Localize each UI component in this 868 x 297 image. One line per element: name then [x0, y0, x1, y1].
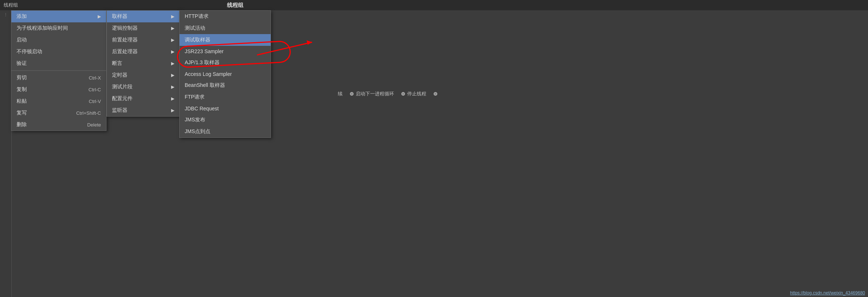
thread-group-title: 线程组 [227, 2, 243, 9]
menu-item-timer-arrow: ▶ [171, 73, 174, 78]
menu-item-config-element-label: 配置元件 [112, 95, 133, 102]
menu-item-add[interactable]: 添加 ▶ [11, 11, 106, 22]
menu-item-cut[interactable]: 剪切 Ctrl-X [11, 72, 106, 84]
menu-item-ftp-label: FTP请求 [185, 94, 205, 100]
menu-item-start-no-pause-label: 不停顿启动 [17, 48, 42, 55]
menu-item-delete-label: 删除 [17, 121, 27, 128]
menu-item-copy-shortcut: Ctrl-C [88, 87, 101, 92]
submenu-level2[interactable]: 取样器 ▶ 逻辑控制器 ▶ 前置处理器 ▶ 后置处理器 ▶ 断言 ▶ 定时器 ▶… [106, 10, 180, 117]
side-panel: ⋮ [0, 10, 12, 297]
status-item-2: 启动下一进程循环 [350, 91, 394, 97]
submenu-level3-sampler[interactable]: HTTP请求 测试活动 调试取样器 JSR223 Sampler AJP/1.3… [179, 10, 271, 138]
menu-item-debug-sampler[interactable]: 调试取样器 [180, 34, 271, 46]
status-bar: 续 启动下一进程循环 停止线程 [330, 88, 868, 100]
menu-item-delete-shortcut: Delete [87, 122, 101, 128]
menu-item-paste-shortcut: Ctrl-V [89, 99, 101, 104]
menu-item-beanshell-label: BeanShell 取样器 [185, 82, 225, 89]
menu-item-listener[interactable]: 监听器 ▶ [107, 104, 180, 116]
menu-item-listener-label: 监听器 [112, 107, 127, 114]
status-item-3: 停止线程 [401, 91, 426, 97]
menu-item-config-element-arrow: ▶ [171, 96, 174, 101]
menu-item-logic-ctrl[interactable]: 逻辑控制器 ▶ [107, 22, 180, 34]
menu-item-validate[interactable]: 验证 [11, 58, 106, 69]
menu-item-paste-label: 粘贴 [17, 98, 27, 104]
menu-item-ajp[interactable]: AJP/1.3 取样器 [180, 57, 271, 69]
menu-item-add-arrow: ▶ [98, 14, 101, 19]
menu-item-overwrite-label: 复写 [17, 110, 27, 116]
menu-item-assertion-label: 断言 [112, 60, 122, 67]
menu-item-sampler-arrow: ▶ [171, 14, 174, 19]
menu-item-logic-ctrl-label: 逻辑控制器 [112, 25, 138, 32]
menu-item-overwrite-shortcut: Ctrl+Shift-C [76, 110, 101, 116]
menu-item-access-log-sampler-label: Access Log Sampler [185, 71, 232, 77]
menu-item-test-activity-label: 测试活动 [185, 25, 205, 32]
side-panel-icon: ⋮ [0, 10, 11, 19]
radio-3 [401, 92, 405, 96]
top-bar-label: 线程组 [4, 2, 18, 8]
menu-item-jms-publish[interactable]: JMS发布 [180, 114, 271, 126]
menu-item-validate-label: 验证 [17, 60, 27, 67]
url-text: https://blog.csdn.net/weixin_43469680 [790, 290, 865, 296]
menu-item-delete[interactable]: 删除 Delete [11, 119, 106, 131]
menu-item-post-processor-arrow: ▶ [171, 49, 174, 54]
menu-item-paste[interactable]: 粘贴 Ctrl-V [11, 95, 106, 107]
menu-item-overwrite[interactable]: 复写 Ctrl+Shift-C [11, 107, 106, 119]
context-menu-level1[interactable]: 添加 ▶ 为子线程添加响应时间 启动 不停顿启动 验证 剪切 Ctrl-X 复制… [11, 10, 106, 131]
menu-item-add-time[interactable]: 为子线程添加响应时间 [11, 22, 106, 34]
thread-group-label: 线程组 [180, 0, 290, 10]
menu-item-test-fragment-arrow: ▶ [171, 84, 174, 89]
menu-item-pre-processor-arrow: ▶ [171, 37, 174, 43]
menu-item-pre-processor-label: 前置处理器 [112, 37, 138, 43]
menu-item-timer[interactable]: 定时器 ▶ [107, 69, 180, 81]
menu-item-jdbc[interactable]: JDBC Request [180, 103, 271, 114]
menu-item-post-processor[interactable]: 后置处理器 ▶ [107, 46, 180, 58]
status-label-1: 续 [338, 91, 343, 97]
menu-item-assertion-arrow: ▶ [171, 61, 174, 66]
menu-item-cut-shortcut: Ctrl-X [89, 75, 101, 81]
menu-item-listener-arrow: ▶ [171, 108, 174, 113]
menu-item-add-label: 添加 [17, 13, 27, 20]
menu-item-start-label: 启动 [17, 37, 27, 43]
menu-item-beanshell[interactable]: BeanShell 取样器 [180, 80, 271, 91]
menu-item-jdbc-label: JDBC Request [185, 106, 219, 111]
menu-item-copy-label: 复制 [17, 86, 27, 93]
radio-4 [434, 92, 437, 96]
menu-item-add-time-label: 为子线程添加响应时间 [17, 25, 68, 32]
menu-item-jms-p2p-label: JMS点到点 [185, 128, 210, 135]
menu-item-logic-ctrl-arrow: ▶ [171, 26, 174, 31]
menu-item-ftp[interactable]: FTP请求 [180, 91, 271, 103]
menu-item-post-processor-label: 后置处理器 [112, 48, 138, 55]
menu-divider-1 [11, 70, 106, 71]
menu-item-ajp-label: AJP/1.3 取样器 [185, 59, 220, 66]
top-bar: 线程组 [0, 0, 868, 10]
url-bar: https://blog.csdn.net/weixin_43469680 [787, 289, 868, 297]
menu-item-timer-label: 定时器 [112, 72, 127, 78]
menu-item-assertion[interactable]: 断言 ▶ [107, 58, 180, 69]
menu-item-access-log-sampler[interactable]: Access Log Sampler [180, 69, 271, 80]
menu-item-test-fragment-label: 测试片段 [112, 84, 133, 90]
menu-item-jsr223-label: JSR223 Sampler [185, 48, 224, 54]
menu-item-jms-p2p[interactable]: JMS点到点 [180, 126, 271, 138]
menu-item-pre-processor[interactable]: 前置处理器 ▶ [107, 34, 180, 46]
menu-item-debug-sampler-label: 调试取样器 [185, 37, 210, 43]
status-item-1: 续 [338, 91, 343, 97]
radio-2 [350, 92, 354, 96]
menu-item-cut-label: 剪切 [17, 74, 27, 81]
menu-item-start-no-pause[interactable]: 不停顿启动 [11, 46, 106, 58]
status-item-4 [434, 92, 437, 96]
menu-item-config-element[interactable]: 配置元件 ▶ [107, 93, 180, 104]
menu-item-http[interactable]: HTTP请求 [180, 11, 271, 22]
menu-item-test-activity[interactable]: 测试活动 [180, 22, 271, 34]
status-label-3: 停止线程 [407, 91, 426, 97]
menu-item-jsr223[interactable]: JSR223 Sampler [180, 46, 271, 57]
menu-item-test-fragment[interactable]: 测试片段 ▶ [107, 81, 180, 93]
menu-item-http-label: HTTP请求 [185, 13, 209, 20]
menu-item-copy[interactable]: 复制 Ctrl-C [11, 84, 106, 95]
menu-item-sampler[interactable]: 取样器 ▶ [107, 11, 180, 22]
menu-item-sampler-label: 取样器 [112, 13, 127, 20]
status-label-2: 启动下一进程循环 [356, 91, 394, 97]
menu-item-start[interactable]: 启动 [11, 34, 106, 46]
menu-item-jms-publish-label: JMS发布 [185, 117, 205, 123]
